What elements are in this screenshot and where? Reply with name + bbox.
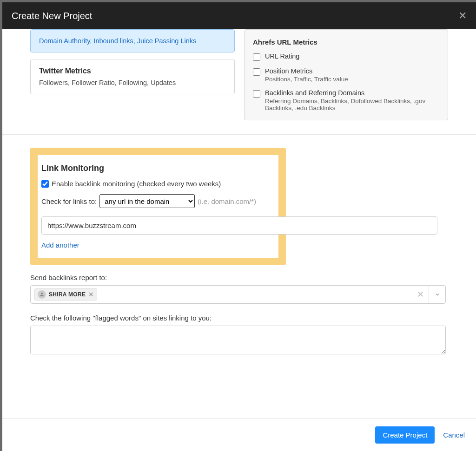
metric-card-domain-authority[interactable]: Domain Authority, Inbound links, Juice P… xyxy=(30,29,235,52)
card-desc: Followers, Follower Ratio, Following, Up… xyxy=(39,79,226,86)
card-title: Twitter Metrics xyxy=(39,67,226,75)
recipient-name: SHIRA MORE xyxy=(49,291,86,298)
remove-tag-icon[interactable]: ✕ xyxy=(88,291,94,298)
metrics-section: Domain Authority, Inbound links, Juice P… xyxy=(2,29,476,135)
checkbox-url-rating[interactable] xyxy=(253,53,260,61)
ahrefs-panel: Ahrefs URL Metrics URL Rating Position M… xyxy=(244,29,448,120)
close-icon[interactable]: ✕ xyxy=(458,10,467,22)
modal-title: Create New Project xyxy=(12,11,92,21)
section-title: Link Monitoring xyxy=(41,163,275,173)
metrics-right-col: Ahrefs URL Metrics URL Rating Position M… xyxy=(244,29,448,120)
flagged-words-label: Check the following "flagged words" on s… xyxy=(30,314,448,322)
checkbox-sublabel: Referring Domains, Backlinks, Dofollowed… xyxy=(265,98,439,111)
recipient-tag: SHIRA MORE ✕ xyxy=(34,288,97,301)
card-desc: Domain Authority, Inbound links, Juice P… xyxy=(39,37,226,45)
checkbox-position[interactable] xyxy=(253,68,260,76)
chevron-down-icon[interactable] xyxy=(429,286,445,303)
checkbox-label: Position Metrics xyxy=(265,67,348,75)
create-project-modal: Create New Project ✕ Domain Authority, I… xyxy=(2,2,476,451)
add-another-link[interactable]: Add another xyxy=(41,241,79,249)
enable-monitoring-label: Enable backlink monitoring (checked ever… xyxy=(52,180,221,188)
link-scope-hint: (i.e. domain.com/*) xyxy=(198,197,256,205)
modal-footer: Create Project Cancel xyxy=(2,418,476,451)
checkbox-sublabel: Positions, Traffic, Traffic value xyxy=(265,76,348,83)
checkbox-backlinks[interactable] xyxy=(253,90,260,98)
highlight-box: Link Monitoring Enable backlink monitori… xyxy=(30,148,286,265)
monitor-url-input[interactable] xyxy=(41,216,437,235)
check-links-row: Check for links to: any url in the domai… xyxy=(41,194,275,208)
flagged-words-textarea[interactable] xyxy=(30,326,446,354)
link-monitoring-section: Link Monitoring Enable backlink monitori… xyxy=(2,135,476,370)
metrics-left-col: Domain Authority, Inbound links, Juice P… xyxy=(30,29,235,120)
check-links-label: Check for links to: xyxy=(41,197,97,205)
avatar-icon xyxy=(38,290,46,299)
recipient-select[interactable]: SHIRA MORE ✕ ✕ xyxy=(30,285,446,304)
panel-title: Ahrefs URL Metrics xyxy=(253,38,439,46)
modal-body: Domain Authority, Inbound links, Juice P… xyxy=(2,29,476,418)
enable-monitoring-checkbox[interactable] xyxy=(41,180,49,188)
checkbox-label: URL Rating xyxy=(265,52,299,60)
clear-recipients-icon[interactable]: ✕ xyxy=(417,289,424,300)
send-report-label: Send backlinks report to: xyxy=(30,274,448,281)
check-position-metrics[interactable]: Position Metrics Positions, Traffic, Tra… xyxy=(253,67,439,83)
check-url-rating[interactable]: URL Rating xyxy=(253,52,439,61)
checkbox-label: Backlinks and Referring Domains xyxy=(265,89,439,97)
link-scope-select[interactable]: any url in the domain xyxy=(99,194,195,208)
metric-card-twitter[interactable]: Twitter Metrics Followers, Follower Rati… xyxy=(30,59,235,94)
modal-header: Create New Project ✕ xyxy=(2,2,476,29)
create-project-button[interactable]: Create Project xyxy=(375,426,435,444)
enable-monitoring-row: Enable backlink monitoring (checked ever… xyxy=(41,180,275,188)
cancel-button[interactable]: Cancel xyxy=(443,431,465,439)
check-backlinks[interactable]: Backlinks and Referring Domains Referrin… xyxy=(253,89,439,111)
